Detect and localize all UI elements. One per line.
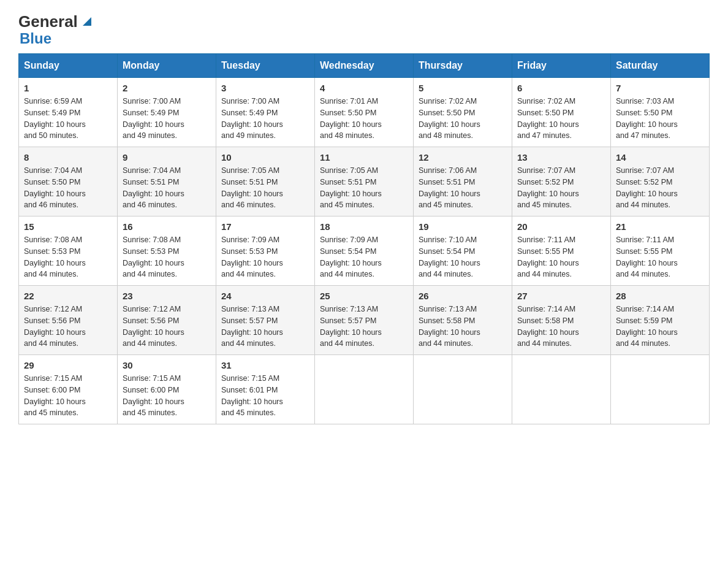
- day-info: Sunrise: 7:05 AMSunset: 5:51 PMDaylight:…: [221, 165, 309, 211]
- calendar-header-row: SundayMondayTuesdayWednesdayThursdayFrid…: [19, 54, 710, 78]
- day-number: 6: [517, 83, 605, 93]
- calendar-week-row: 22 Sunrise: 7:12 AMSunset: 5:56 PMDaylig…: [19, 286, 710, 355]
- day-number: 10: [221, 152, 309, 163]
- day-info: Sunrise: 7:14 AMSunset: 5:58 PMDaylight:…: [517, 304, 605, 350]
- calendar-week-row: 15 Sunrise: 7:08 AMSunset: 5:53 PMDaylig…: [19, 216, 710, 286]
- day-info: Sunrise: 7:09 AMSunset: 5:53 PMDaylight:…: [221, 234, 309, 280]
- calendar-cell: 26 Sunrise: 7:13 AMSunset: 5:58 PMDaylig…: [414, 286, 512, 355]
- calendar-cell: 4 Sunrise: 7:01 AMSunset: 5:50 PMDayligh…: [315, 78, 414, 147]
- calendar-cell: 21 Sunrise: 7:11 AMSunset: 5:55 PMDaylig…: [611, 216, 710, 286]
- calendar-cell: 5 Sunrise: 7:02 AMSunset: 5:50 PMDayligh…: [414, 78, 512, 147]
- day-info: Sunrise: 7:15 AMSunset: 6:00 PMDaylight:…: [24, 373, 112, 419]
- calendar-cell: 10 Sunrise: 7:05 AMSunset: 5:51 PMDaylig…: [216, 147, 315, 216]
- calendar-cell: 15 Sunrise: 7:08 AMSunset: 5:53 PMDaylig…: [19, 216, 118, 286]
- calendar-cell: 14 Sunrise: 7:07 AMSunset: 5:52 PMDaylig…: [611, 147, 710, 216]
- day-info: Sunrise: 7:09 AMSunset: 5:54 PMDaylight:…: [320, 234, 408, 280]
- day-number: 8: [24, 152, 112, 163]
- day-number: 24: [221, 291, 309, 301]
- page-header: General Blue: [18, 12, 710, 47]
- calendar-table: SundayMondayTuesdayWednesdayThursdayFrid…: [18, 53, 710, 424]
- day-info: Sunrise: 7:07 AMSunset: 5:52 PMDaylight:…: [517, 165, 605, 211]
- calendar-week-row: 1 Sunrise: 6:59 AMSunset: 5:49 PMDayligh…: [19, 78, 710, 147]
- calendar-header-friday: Friday: [512, 54, 611, 78]
- calendar-cell: 25 Sunrise: 7:13 AMSunset: 5:57 PMDaylig…: [315, 286, 414, 355]
- day-number: 31: [221, 360, 309, 370]
- day-info: Sunrise: 7:04 AMSunset: 5:51 PMDaylight:…: [123, 165, 211, 211]
- day-info: Sunrise: 7:07 AMSunset: 5:52 PMDaylight:…: [616, 165, 704, 211]
- day-info: Sunrise: 7:00 AMSunset: 5:49 PMDaylight:…: [221, 96, 309, 142]
- calendar-cell: 2 Sunrise: 7:00 AMSunset: 5:49 PMDayligh…: [118, 78, 216, 147]
- calendar-cell: 23 Sunrise: 7:12 AMSunset: 5:56 PMDaylig…: [118, 286, 216, 355]
- calendar-cell: 7 Sunrise: 7:03 AMSunset: 5:50 PMDayligh…: [611, 78, 710, 147]
- day-info: Sunrise: 7:15 AMSunset: 6:01 PMDaylight:…: [221, 373, 309, 419]
- day-info: Sunrise: 7:11 AMSunset: 5:55 PMDaylight:…: [616, 234, 704, 280]
- day-info: Sunrise: 7:10 AMSunset: 5:54 PMDaylight:…: [419, 234, 507, 280]
- day-number: 11: [320, 152, 408, 163]
- day-info: Sunrise: 7:03 AMSunset: 5:50 PMDaylight:…: [616, 96, 704, 142]
- calendar-cell: 27 Sunrise: 7:14 AMSunset: 5:58 PMDaylig…: [512, 286, 611, 355]
- calendar-cell: 17 Sunrise: 7:09 AMSunset: 5:53 PMDaylig…: [216, 216, 315, 286]
- logo-general-text: General: [18, 12, 78, 31]
- calendar-cell: [611, 355, 710, 424]
- day-number: 18: [320, 221, 408, 232]
- day-info: Sunrise: 7:13 AMSunset: 5:57 PMDaylight:…: [221, 304, 309, 350]
- day-info: Sunrise: 6:59 AMSunset: 5:49 PMDaylight:…: [24, 96, 112, 142]
- calendar-cell: 12 Sunrise: 7:06 AMSunset: 5:51 PMDaylig…: [414, 147, 512, 216]
- calendar-week-row: 8 Sunrise: 7:04 AMSunset: 5:50 PMDayligh…: [19, 147, 710, 216]
- calendar-cell: 20 Sunrise: 7:11 AMSunset: 5:55 PMDaylig…: [512, 216, 611, 286]
- day-number: 16: [123, 221, 211, 232]
- calendar-cell: 9 Sunrise: 7:04 AMSunset: 5:51 PMDayligh…: [118, 147, 216, 216]
- day-number: 5: [419, 83, 507, 93]
- calendar-header-wednesday: Wednesday: [315, 54, 414, 78]
- logo-triangle-icon: [80, 15, 94, 28]
- day-info: Sunrise: 7:13 AMSunset: 5:58 PMDaylight:…: [419, 304, 507, 350]
- day-info: Sunrise: 7:08 AMSunset: 5:53 PMDaylight:…: [123, 234, 211, 280]
- day-number: 9: [123, 152, 211, 163]
- calendar-cell: 31 Sunrise: 7:15 AMSunset: 6:01 PMDaylig…: [216, 355, 315, 424]
- day-info: Sunrise: 7:04 AMSunset: 5:50 PMDaylight:…: [24, 165, 112, 211]
- calendar-week-row: 29 Sunrise: 7:15 AMSunset: 6:00 PMDaylig…: [19, 355, 710, 424]
- day-info: Sunrise: 7:02 AMSunset: 5:50 PMDaylight:…: [517, 96, 605, 142]
- day-info: Sunrise: 7:02 AMSunset: 5:50 PMDaylight:…: [419, 96, 507, 142]
- day-info: Sunrise: 7:13 AMSunset: 5:57 PMDaylight:…: [320, 304, 408, 350]
- calendar-cell: [512, 355, 611, 424]
- day-number: 17: [221, 221, 309, 232]
- logo-blue-text: Blue: [20, 30, 94, 47]
- day-info: Sunrise: 7:05 AMSunset: 5:51 PMDaylight:…: [320, 165, 408, 211]
- day-info: Sunrise: 7:01 AMSunset: 5:50 PMDaylight:…: [320, 96, 408, 142]
- day-number: 19: [419, 221, 507, 232]
- day-info: Sunrise: 7:14 AMSunset: 5:59 PMDaylight:…: [616, 304, 704, 350]
- day-number: 20: [517, 221, 605, 232]
- calendar-cell: 16 Sunrise: 7:08 AMSunset: 5:53 PMDaylig…: [118, 216, 216, 286]
- calendar-cell: 18 Sunrise: 7:09 AMSunset: 5:54 PMDaylig…: [315, 216, 414, 286]
- day-info: Sunrise: 7:11 AMSunset: 5:55 PMDaylight:…: [517, 234, 605, 280]
- day-info: Sunrise: 7:15 AMSunset: 6:00 PMDaylight:…: [123, 373, 211, 419]
- calendar-cell: 29 Sunrise: 7:15 AMSunset: 6:00 PMDaylig…: [19, 355, 118, 424]
- day-number: 26: [419, 291, 507, 301]
- calendar-cell: 1 Sunrise: 6:59 AMSunset: 5:49 PMDayligh…: [19, 78, 118, 147]
- day-info: Sunrise: 7:08 AMSunset: 5:53 PMDaylight:…: [24, 234, 112, 280]
- calendar-cell: 22 Sunrise: 7:12 AMSunset: 5:56 PMDaylig…: [19, 286, 118, 355]
- calendar-header-saturday: Saturday: [611, 54, 710, 78]
- logo: General Blue: [18, 12, 94, 47]
- day-info: Sunrise: 7:06 AMSunset: 5:51 PMDaylight:…: [419, 165, 507, 211]
- calendar-cell: [315, 355, 414, 424]
- day-number: 2: [123, 83, 211, 93]
- day-number: 28: [616, 291, 704, 301]
- calendar-cell: 6 Sunrise: 7:02 AMSunset: 5:50 PMDayligh…: [512, 78, 611, 147]
- calendar-cell: 30 Sunrise: 7:15 AMSunset: 6:00 PMDaylig…: [118, 355, 216, 424]
- day-number: 27: [517, 291, 605, 301]
- calendar-cell: 13 Sunrise: 7:07 AMSunset: 5:52 PMDaylig…: [512, 147, 611, 216]
- calendar-header-tuesday: Tuesday: [216, 54, 315, 78]
- day-number: 12: [419, 152, 507, 163]
- svg-marker-0: [83, 17, 91, 26]
- day-number: 21: [616, 221, 704, 232]
- day-number: 14: [616, 152, 704, 163]
- day-number: 29: [24, 360, 112, 370]
- day-number: 25: [320, 291, 408, 301]
- day-number: 15: [24, 221, 112, 232]
- day-number: 4: [320, 83, 408, 93]
- day-number: 13: [517, 152, 605, 163]
- calendar-cell: 3 Sunrise: 7:00 AMSunset: 5:49 PMDayligh…: [216, 78, 315, 147]
- day-info: Sunrise: 7:00 AMSunset: 5:49 PMDaylight:…: [123, 96, 211, 142]
